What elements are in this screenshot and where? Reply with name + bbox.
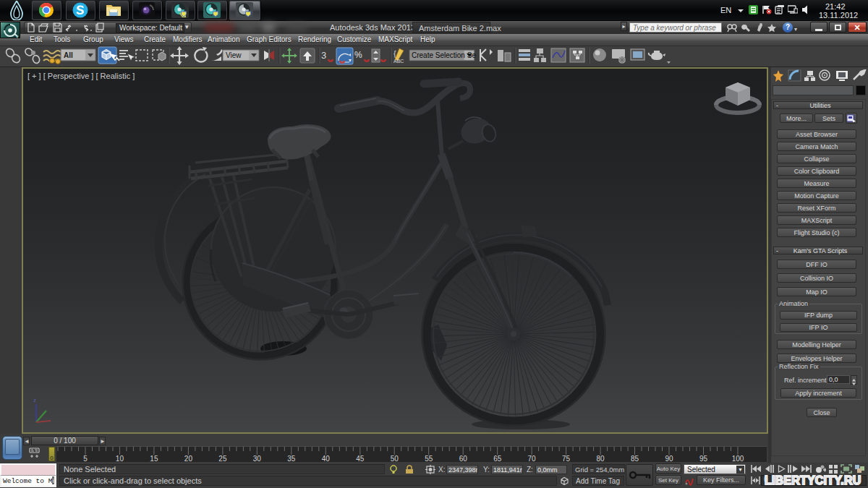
svg-text:Create Selection Se: Create Selection Se	[412, 51, 476, 59]
svg-text:60: 60	[459, 455, 468, 463]
svg-text:25: 25	[218, 455, 227, 463]
svg-text:View: View	[226, 51, 242, 59]
svg-text:%: %	[354, 50, 362, 60]
svg-text:50: 50	[391, 455, 399, 463]
svg-text:30: 30	[253, 455, 262, 463]
svg-text:10: 10	[116, 455, 124, 463]
svg-text:5: 5	[83, 455, 88, 463]
svg-text:15: 15	[150, 455, 158, 463]
svg-text:All: All	[64, 51, 73, 59]
svg-text:65: 65	[493, 455, 502, 463]
svg-text:z: z	[33, 397, 36, 403]
svg-text:70: 70	[528, 455, 537, 463]
svg-text:ABC: ABC	[393, 59, 404, 64]
svg-text:90: 90	[665, 455, 673, 463]
svg-text:85: 85	[631, 455, 639, 463]
svg-text:40: 40	[322, 455, 331, 463]
svg-text:55: 55	[425, 455, 433, 463]
svg-text:95: 95	[699, 455, 708, 463]
svg-text:35: 35	[287, 455, 296, 463]
svg-text:45: 45	[356, 455, 365, 463]
svg-text:80: 80	[597, 455, 605, 463]
svg-text:100: 100	[732, 455, 744, 463]
svg-text:3: 3	[321, 50, 326, 61]
svg-text:20: 20	[184, 455, 193, 463]
svg-text:75: 75	[562, 455, 571, 463]
